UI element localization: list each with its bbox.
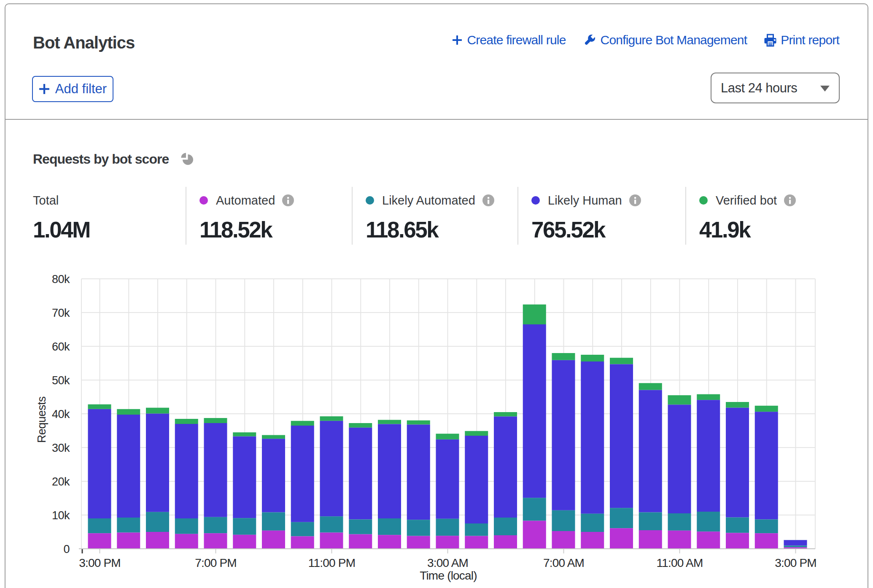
svg-text:60k: 60k bbox=[52, 340, 70, 353]
svg-text:11:00 PM: 11:00 PM bbox=[308, 556, 355, 569]
svg-text:7:00 AM: 7:00 AM bbox=[543, 556, 584, 569]
svg-text:30k: 30k bbox=[52, 442, 70, 454]
svg-text:10k: 10k bbox=[52, 509, 70, 522]
svg-text:11:00 AM: 11:00 AM bbox=[657, 556, 703, 569]
svg-text:50k: 50k bbox=[52, 374, 70, 387]
svg-text:7:00 PM: 7:00 PM bbox=[195, 556, 237, 569]
svg-text:Requests: Requests bbox=[35, 396, 48, 443]
svg-text:Time (local): Time (local) bbox=[420, 569, 477, 582]
svg-text:70k: 70k bbox=[52, 307, 70, 319]
svg-text:0: 0 bbox=[63, 543, 70, 556]
svg-text:3:00 AM: 3:00 AM bbox=[427, 556, 468, 569]
svg-text:80k: 80k bbox=[52, 273, 70, 286]
svg-text:3:00 PM: 3:00 PM bbox=[79, 556, 121, 569]
svg-text:40k: 40k bbox=[52, 408, 70, 421]
svg-text:20k: 20k bbox=[52, 475, 70, 488]
svg-text:3:00 PM: 3:00 PM bbox=[775, 556, 816, 569]
